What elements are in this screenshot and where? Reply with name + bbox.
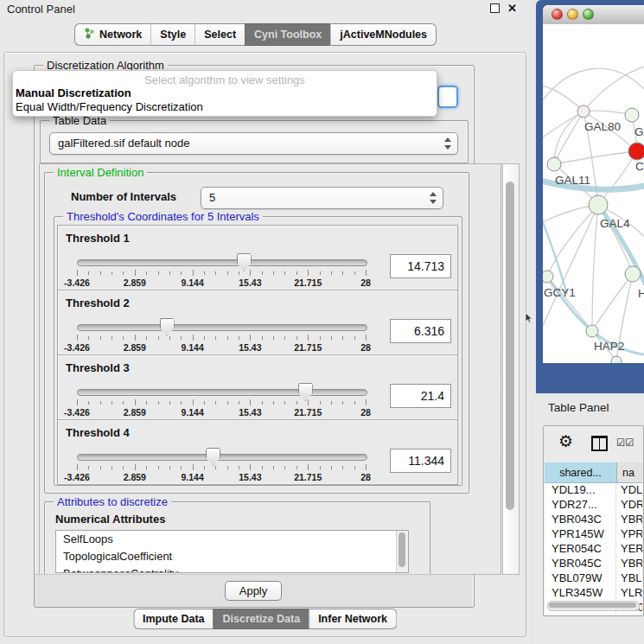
cell-name[interactable]: YPR1 bbox=[616, 527, 642, 542]
table-row[interactable]: YBL079WYBL0 bbox=[545, 571, 642, 586]
network-edge[interactable] bbox=[543, 68, 644, 107]
split-column-icon[interactable] bbox=[591, 436, 608, 451]
apply-band: Apply bbox=[35, 574, 472, 607]
close-traffic-light-icon[interactable] bbox=[552, 9, 563, 20]
attributes-list[interactable]: SelfLoopsTopologicalCoefficientBetweenne… bbox=[55, 530, 409, 573]
horizontal-scrollbar[interactable] bbox=[547, 601, 640, 611]
bottom-tab-infer-network[interactable]: Infer Network bbox=[309, 609, 397, 629]
slider-thumb[interactable] bbox=[206, 448, 220, 466]
algorithm-combobox-fragment[interactable] bbox=[437, 86, 458, 108]
vertical-scrollbar-thumb[interactable] bbox=[506, 182, 514, 510]
cell-shared-name[interactable]: YER054C bbox=[545, 542, 616, 557]
apply-button[interactable]: Apply bbox=[225, 581, 282, 601]
cell-name[interactable]: YBR0 bbox=[616, 557, 642, 571]
table-row[interactable]: YDL19...YDL1 bbox=[545, 483, 642, 498]
dropdown-hint: Select algorithm to view settings bbox=[13, 71, 437, 86]
table-row[interactable]: YBR043CYBR0 bbox=[545, 513, 642, 527]
zoom-traffic-light-icon[interactable] bbox=[583, 9, 594, 20]
tab-style[interactable]: Style bbox=[150, 23, 194, 46]
scale-label: 21.715 bbox=[294, 342, 322, 353]
cell-name[interactable]: YDL1 bbox=[616, 483, 642, 498]
network-node-gal11[interactable] bbox=[547, 157, 561, 171]
table-panel: ⚙ ☑☑ shared... na YDL19...YDL1YDR27...YD… bbox=[543, 425, 644, 616]
table-row[interactable]: YER054CYER0 bbox=[545, 542, 642, 557]
threshold-label: Threshold 4 bbox=[66, 426, 130, 439]
network-edge[interactable] bbox=[547, 205, 598, 277]
network-edge[interactable] bbox=[554, 151, 637, 164]
network-node-label: GAL80 bbox=[584, 120, 621, 133]
cell-shared-name[interactable]: YBR043C bbox=[545, 513, 616, 527]
gear-icon[interactable]: ⚙ bbox=[558, 431, 573, 450]
minimize-traffic-light-icon[interactable] bbox=[567, 9, 578, 20]
scale-label: 21.715 bbox=[294, 407, 322, 418]
table-row[interactable]: YDR27...YDR2 bbox=[545, 498, 642, 513]
cell-name[interactable]: YBR0 bbox=[616, 513, 642, 527]
cell-shared-name[interactable]: YDR27... bbox=[545, 498, 616, 513]
network-node-hap2[interactable] bbox=[586, 325, 598, 337]
slider-track[interactable] bbox=[77, 389, 367, 396]
network-node-c[interactable] bbox=[628, 143, 644, 160]
slider-track[interactable] bbox=[77, 259, 367, 266]
threshold-value-input[interactable] bbox=[390, 254, 451, 278]
network-edge[interactable] bbox=[543, 85, 583, 112]
tab-cyni-toolbox[interactable]: Cyni Toolbox bbox=[245, 23, 330, 46]
cell-shared-name[interactable]: YLR345W bbox=[545, 586, 616, 601]
bottom-tab-impute-data[interactable]: Impute Data bbox=[133, 609, 214, 629]
slider-thumb[interactable] bbox=[160, 318, 175, 336]
network-node-gcy1[interactable] bbox=[543, 271, 553, 283]
attribute-item-selfloops[interactable]: SelfLoops bbox=[56, 531, 408, 548]
tab-select[interactable]: Select bbox=[194, 23, 245, 46]
cell-name[interactable]: YER0 bbox=[616, 542, 642, 557]
cell-name[interactable]: YBL0 bbox=[616, 571, 642, 586]
network-node-h[interactable] bbox=[625, 266, 641, 282]
slider-thumb[interactable] bbox=[237, 253, 252, 271]
network-node-ga[interactable] bbox=[625, 108, 639, 122]
dropdown-item-manual-discretization[interactable]: Manual Discretization bbox=[13, 86, 437, 100]
table-row[interactable]: YBR045CYBR0 bbox=[545, 557, 642, 571]
slider-thumb[interactable] bbox=[298, 383, 313, 401]
slider-track[interactable] bbox=[77, 324, 367, 331]
number-of-intervals-select[interactable]: 5 bbox=[201, 187, 443, 209]
threshold-value-input[interactable] bbox=[390, 319, 451, 343]
cell-shared-name[interactable]: YPR145W bbox=[545, 527, 616, 542]
table-row[interactable]: YLR345WYLR3 bbox=[545, 586, 642, 601]
network-node-label: GAL11 bbox=[555, 174, 590, 187]
network-node[interactable] bbox=[611, 356, 622, 363]
table-data-group: Table Data galFiltered.sif default node bbox=[40, 120, 469, 163]
cell-name[interactable]: YDR2 bbox=[616, 498, 642, 513]
network-window-titlebar[interactable] bbox=[543, 5, 644, 25]
close-icon[interactable]: ✕ bbox=[507, 3, 517, 13]
slider-track[interactable] bbox=[77, 454, 367, 461]
table-data-select[interactable]: galFiltered.sif default node bbox=[49, 132, 458, 155]
network-edge[interactable] bbox=[583, 66, 644, 112]
table-row[interactable]: YPR145WYPR1 bbox=[545, 527, 642, 542]
attribute-item-topologicalcoefficient[interactable]: TopologicalCoefficient bbox=[56, 548, 408, 565]
horizontal-scrollbar-thumb[interactable] bbox=[549, 603, 636, 608]
attributes-list-scrollbar[interactable] bbox=[396, 531, 408, 572]
cell-shared-name[interactable]: YBL079W bbox=[545, 571, 616, 586]
float-window-icon[interactable] bbox=[490, 3, 500, 13]
bottom-tab-discretize-data[interactable]: Discretize Data bbox=[214, 609, 309, 629]
network-canvas[interactable]: GAL80GACGAL11GAL4GCY1HHAP2 bbox=[543, 24, 644, 363]
algorithm-dropdown: Select algorithm to view settings Manual… bbox=[12, 70, 437, 117]
checkboxes-icon[interactable]: ☑☑ bbox=[616, 437, 634, 449]
vertical-scrollbar[interactable] bbox=[502, 163, 520, 575]
network-node-gal80[interactable] bbox=[577, 105, 590, 118]
column-header-shared[interactable]: shared... bbox=[545, 462, 617, 482]
tab-jactivemnodules[interactable]: jActiveMNodules bbox=[330, 23, 437, 46]
dropdown-item-equal-width-frequency-discretization[interactable]: Equal Width/Frequency Discretization bbox=[13, 100, 437, 114]
cell-name[interactable]: YLR3 bbox=[616, 586, 642, 601]
threshold-value-input[interactable] bbox=[390, 384, 451, 408]
cell-shared-name[interactable]: YBR045C bbox=[545, 557, 616, 571]
network-edge[interactable] bbox=[592, 205, 598, 331]
network-node-gal4[interactable] bbox=[589, 195, 608, 214]
panel-title: Control Panel bbox=[7, 3, 75, 16]
tab-network[interactable]: Network bbox=[74, 23, 150, 46]
cell-shared-name[interactable]: YDL19... bbox=[545, 483, 616, 498]
number-of-intervals-value: 5 bbox=[209, 191, 215, 204]
threshold-value-input[interactable] bbox=[390, 449, 451, 473]
column-header-name[interactable]: na bbox=[617, 462, 642, 482]
network-edge[interactable] bbox=[543, 205, 598, 337]
attribute-item-betweennesscentrality[interactable]: BetweennessCentrality bbox=[56, 565, 408, 573]
tab-label: Network bbox=[99, 29, 142, 41]
